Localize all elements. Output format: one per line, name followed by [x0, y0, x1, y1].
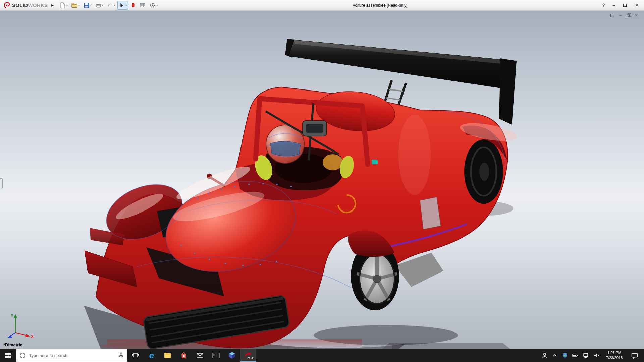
taskbar-app-store[interactable]	[176, 349, 192, 362]
rebuild-icon	[130, 2, 136, 8]
undo-button[interactable]: ▾	[106, 1, 116, 10]
select-cursor-icon	[119, 2, 125, 8]
cortana-icon	[20, 353, 25, 358]
save-floppy-icon	[84, 2, 90, 8]
restore-document-button[interactable]	[627, 14, 630, 17]
cube-3d-icon	[228, 351, 236, 360]
task-view-icon	[132, 352, 139, 359]
save-button[interactable]: ▾	[82, 1, 93, 10]
undo-icon	[107, 2, 113, 8]
caret-icon: ▾	[114, 4, 115, 7]
task-view-button[interactable]	[127, 349, 144, 362]
minimize-button[interactable]: –	[613, 3, 615, 7]
help-button[interactable]: ?	[602, 3, 605, 7]
screen: SOLIDWORKS ▶ ▾ ▾	[0, 0, 644, 362]
search-input[interactable]	[29, 353, 115, 358]
dassault-swirl-icon	[3, 2, 11, 9]
rebuild-button[interactable]	[129, 1, 137, 10]
file-explorer-icon	[164, 352, 172, 359]
close-button[interactable]: ✕	[635, 3, 639, 7]
caret-icon: ▾	[156, 4, 158, 7]
taskbar-clock[interactable]: 1:07 PM 7/23/2018	[605, 350, 624, 360]
dock-pane-icon[interactable]	[610, 14, 614, 17]
maximize-button[interactable]	[623, 4, 627, 7]
people-button[interactable]	[542, 352, 548, 358]
new-document-button[interactable]: ▾	[58, 1, 69, 10]
options-button[interactable]: ▾	[148, 1, 159, 10]
gear-icon	[149, 2, 156, 8]
select-button[interactable]: ▾	[117, 1, 128, 10]
start-button[interactable]	[0, 349, 16, 362]
window-controls: ? – ✕	[602, 3, 644, 7]
panel-splitter-handle[interactable]	[0, 178, 3, 189]
triad-y-label: Y	[11, 313, 13, 318]
edge-icon: e	[149, 351, 154, 360]
view-orientation-label: *Dimetric	[3, 342, 22, 347]
command-prompt-icon: >_	[212, 353, 220, 358]
volume-muted-icon[interactable]	[593, 352, 601, 358]
network-icon[interactable]	[583, 352, 589, 358]
taskbar-app-file-explorer[interactable]	[160, 349, 176, 362]
file-properties-button[interactable]	[138, 1, 147, 10]
caret-icon: ▾	[102, 4, 103, 7]
open-folder-icon	[71, 2, 78, 8]
battery-icon[interactable]	[572, 352, 579, 358]
clock-date: 7/23/2018	[606, 355, 623, 360]
windows-taskbar: e >_	[0, 349, 644, 362]
action-center-button[interactable]	[628, 352, 641, 359]
close-document-button[interactable]: ✕	[635, 13, 638, 17]
caret-icon: ▾	[78, 4, 80, 7]
store-bag-icon	[180, 351, 188, 359]
caret-icon: ▾	[66, 4, 68, 7]
titlebar: SOLIDWORKS ▶ ▾ ▾	[0, 0, 644, 11]
windows-logo-icon	[5, 353, 11, 358]
solidworks-app-icon: 2017	[244, 351, 253, 359]
triad-x-label: X	[31, 334, 34, 339]
logo-solid: SOLID	[12, 2, 28, 8]
clock-time: 1:07 PM	[606, 350, 623, 355]
car-model-render	[0, 11, 644, 349]
taskbar-app-mail[interactable]	[192, 349, 208, 362]
taskbar-search[interactable]	[16, 349, 127, 362]
print-button[interactable]: ▾	[94, 1, 105, 10]
logo-text: SOLIDWORKS	[12, 2, 48, 8]
menu-flyout-arrow-icon[interactable]: ▶	[51, 3, 54, 7]
system-tray: 1:07 PM 7/23/2018	[539, 349, 644, 362]
action-center-icon	[631, 352, 638, 359]
mail-envelope-icon	[196, 352, 204, 359]
open-button[interactable]: ▾	[70, 1, 81, 10]
document-window-controls: – ✕	[610, 13, 638, 17]
taskbar-app-command-prompt[interactable]: >_	[208, 349, 224, 362]
viewport-3d[interactable]: – ✕ Y X *Dimetric	[0, 11, 644, 349]
logo-works: WORKS	[28, 2, 48, 8]
new-document-icon	[60, 2, 66, 8]
taskbar-app-edge[interactable]: e	[144, 349, 160, 362]
chevron-up-icon[interactable]	[552, 353, 558, 358]
print-icon	[95, 2, 101, 8]
security-shield-icon[interactable]	[562, 352, 568, 358]
document-title: Voiture assemblee [Read-only]	[353, 3, 407, 8]
minimize-document-button[interactable]: –	[619, 13, 622, 17]
solidworks-logo: SOLIDWORKS	[3, 2, 48, 9]
solidworks-year-label: 2017	[247, 357, 253, 360]
caret-icon: ▾	[125, 4, 127, 7]
taskbar-app-cube-3d[interactable]	[224, 349, 240, 362]
file-properties-icon	[140, 2, 146, 8]
taskbar-app-solidworks[interactable]: 2017	[240, 349, 256, 362]
orientation-triad: Y X	[4, 312, 35, 340]
microphone-icon[interactable]	[118, 352, 124, 358]
standard-toolbar: ▾ ▾ ▾	[58, 1, 159, 10]
caret-icon: ▾	[90, 4, 92, 7]
